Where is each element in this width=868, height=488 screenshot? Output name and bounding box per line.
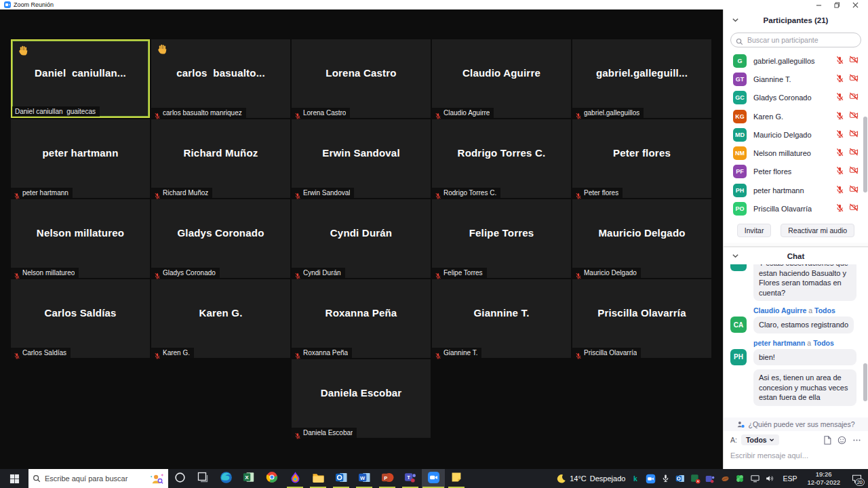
participant-row[interactable]: MDMauricio Delgado	[724, 125, 868, 144]
mic-off-icon	[835, 92, 844, 104]
video-off-icon	[849, 203, 859, 215]
more-options-icon[interactable]	[852, 436, 861, 445]
teams-taskbar-button[interactable]: T	[399, 469, 422, 488]
notification-center[interactable]: 20	[848, 469, 865, 488]
muted-mic-icon	[575, 350, 582, 357]
participant-tile[interactable]: Claudio AguirreClaudio Aguirre	[432, 39, 571, 118]
participant-tile[interactable]: Felipe TorresFelipe Torres	[432, 199, 571, 278]
participant-name-chip: Felipe Torres	[432, 268, 487, 278]
powerpoint-taskbar-button[interactable]: P	[376, 469, 399, 488]
microphone-icon[interactable]	[660, 473, 671, 484]
outlook-tray-icon[interactable]	[675, 473, 686, 484]
edge-taskbar-button[interactable]	[214, 469, 237, 488]
chat-scrollbar[interactable]	[863, 363, 867, 401]
zoom-meeting-window: Zoom Reunión Daniel caniullan...Daniel c…	[0, 0, 868, 488]
chat-messages[interactable]: Y estas observaciones que estan haciendo…	[724, 264, 868, 418]
minimize-icon[interactable]	[816, 2, 822, 8]
participant-tile[interactable]: Rodrigo Torres C.Rodrigo Torres C.	[432, 119, 571, 198]
emoji-icon[interactable]	[837, 436, 846, 445]
zoom-app-taskbar-button[interactable]	[422, 469, 445, 488]
language-indicator[interactable]: ESP	[780, 474, 800, 483]
participants-list: Ggabriel.galleguillosGTGiannine T.GCGlad…	[724, 52, 868, 218]
app-error-icon[interactable]	[690, 473, 701, 484]
recipient-dropdown[interactable]: Todos	[741, 434, 779, 445]
participant-tile[interactable]: Karen G.Karen G.	[151, 279, 290, 358]
word-taskbar-button[interactable]: W	[353, 469, 376, 488]
participant-tile[interactable]: Giannine T.Giannine T.	[432, 279, 571, 358]
excel-taskbar-button[interactable]: X	[237, 469, 260, 488]
participant-tile[interactable]: Nelson millatureoNelson millatureo	[11, 199, 150, 278]
attach-file-icon[interactable]	[823, 436, 831, 445]
avatar: CA	[730, 317, 747, 333]
file-explorer-taskbar-button[interactable]	[307, 469, 330, 488]
restore-icon[interactable]	[834, 2, 840, 8]
participant-tile[interactable]: carlos basualto...carlos basualto manriq…	[151, 39, 290, 118]
participants-scrollbar[interactable]	[863, 117, 867, 192]
participant-tile[interactable]: Mauricio DelgadoMauricio Delgado	[572, 199, 711, 278]
sticky-notes-taskbar-button[interactable]	[445, 469, 468, 488]
start-button[interactable]	[0, 469, 28, 488]
search-icon	[33, 474, 41, 483]
participant-tile[interactable]: peter hartmannpeter hartmann	[11, 119, 150, 198]
avatar: PH	[733, 184, 747, 197]
participant-label: Mauricio Delgado	[584, 269, 637, 277]
participant-tile[interactable]: Daniela EscobarDaniela Escobar	[292, 359, 431, 438]
video-off-icon	[849, 92, 859, 104]
participant-tile[interactable]: Priscilla OlavarríaPriscilla Olavarría	[572, 279, 711, 358]
antivirus-icon[interactable]	[734, 473, 745, 484]
participant-tile[interactable]: Gladys CoronadoGladys Coronado	[151, 199, 290, 278]
task-view-taskbar-button[interactable]	[191, 469, 214, 488]
clock-date: 12-07-2022	[807, 479, 840, 487]
participant-row[interactable]: Ggabriel.galleguillos	[724, 52, 868, 70]
clock[interactable]: 19:26 12-07-2022	[804, 470, 843, 487]
participant-row[interactable]: GTGiannine T.	[724, 70, 868, 88]
cortana-taskbar-button[interactable]	[168, 469, 191, 488]
display-icon[interactable]	[749, 473, 760, 484]
participant-tile[interactable]: Richard MuñozRichard Muñoz	[151, 119, 290, 198]
participant-tile[interactable]: Daniel caniullan...Daniel caniullan guai…	[11, 39, 150, 118]
participant-tile[interactable]: Lorena CastroLorena Castro	[292, 39, 431, 118]
video-off-icon	[849, 165, 859, 178]
participant-row[interactable]: KGKaren G.	[724, 107, 868, 125]
participant-tile[interactable]: Roxanna PeñaRoxanna Peña	[292, 279, 431, 358]
participant-name-chip: Mauricio Delgado	[572, 268, 641, 278]
taskbar-search-box[interactable]: Escribe aquí para buscar	[28, 469, 168, 488]
chat-message: Claudio Aguirre a TodosCAClaro, estamos …	[730, 306, 861, 333]
participant-display-name: Daniela Escobar	[292, 359, 431, 426]
participant-row[interactable]: PHpeter hartmann	[724, 181, 868, 199]
participant-row[interactable]: NMNelson millatureo	[724, 144, 868, 162]
teams-tray-icon[interactable]	[705, 473, 715, 484]
chat-title: Chat	[787, 252, 805, 260]
participant-tile[interactable]: Erwin SandovalErwin Sandoval	[292, 119, 431, 198]
participant-name-chip: Priscilla Olavarría	[572, 348, 641, 358]
participant-tile[interactable]: Peter floresPeter flores	[572, 119, 711, 198]
participant-row[interactable]: POPriscilla Olavarría	[724, 199, 868, 218]
collapse-chat-icon[interactable]	[732, 250, 739, 262]
chat-message-input[interactable]	[730, 451, 861, 460]
participant-name-chip: Erwin Sandoval	[292, 188, 354, 198]
paint3d-taskbar-button[interactable]	[283, 469, 307, 488]
participant-tile[interactable]: Carlos SaldíasCarlos Saldías	[11, 279, 150, 358]
chat-compose-bar: A: Todos	[724, 431, 868, 449]
collapse-participants-icon[interactable]	[732, 14, 739, 26]
unmute-audio-button[interactable]: Reactivar mi audio	[781, 224, 854, 237]
weather-widget[interactable]: 14°C Despejado	[556, 474, 625, 484]
invite-button[interactable]: Invitar	[737, 224, 772, 237]
zoom-tray-icon[interactable]	[645, 473, 656, 484]
outlook-taskbar-button[interactable]	[330, 469, 353, 488]
system-tray: 14°C Despejado k ESP 19:26 12-07-2022 20	[556, 469, 868, 488]
chrome-taskbar-button[interactable]	[260, 469, 283, 488]
who-can-see-icon	[736, 420, 745, 429]
bean-icon[interactable]	[719, 473, 730, 484]
participant-row[interactable]: GCGladys Coronado	[724, 89, 868, 107]
chat-privacy-note[interactable]: ¿Quién puede ver sus mensajes?	[724, 418, 868, 431]
speaker-icon[interactable]	[764, 473, 775, 484]
kaspersky-icon[interactable]: k	[630, 473, 641, 484]
close-icon[interactable]	[852, 2, 859, 8]
mic-off-icon	[835, 203, 844, 215]
participant-tile[interactable]: Cyndi DuránCyndi Durán	[292, 199, 431, 278]
sticky-notes-icon	[451, 472, 462, 485]
participant-row[interactable]: PFPeter flores	[724, 163, 868, 181]
participant-tile[interactable]: gabriel.galleguill...gabriel.galleguillo…	[572, 39, 711, 118]
participant-search-input[interactable]	[730, 33, 861, 47]
